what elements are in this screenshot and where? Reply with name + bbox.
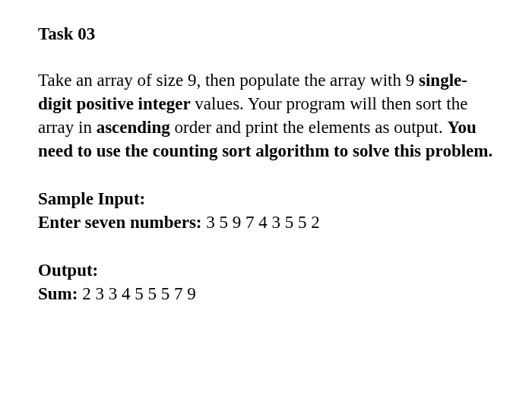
desc-text-3: order and print the elements as output. <box>170 118 448 137</box>
output-prompt: Sum: <box>38 284 82 303</box>
output-label: Output: <box>38 258 494 282</box>
task-heading: Task 03 <box>38 24 494 44</box>
task-description: Take an array of size 9, then populate t… <box>38 68 494 163</box>
sample-input-section: Sample Input: Enter seven numbers: 3 5 9… <box>38 187 494 234</box>
output-section: Output: Sum: 2 3 3 4 5 5 5 7 9 <box>38 258 494 305</box>
sample-input-prompt: Enter seven numbers: <box>38 213 206 232</box>
sample-input-line: Enter seven numbers: 3 5 9 7 4 3 5 5 2 <box>38 210 494 234</box>
output-line: Sum: 2 3 3 4 5 5 5 7 9 <box>38 282 494 305</box>
output-values: 2 3 3 4 5 5 5 7 9 <box>82 284 196 303</box>
sample-input-label: Sample Input: <box>38 187 494 210</box>
sample-input-values: 3 5 9 7 4 3 5 5 2 <box>206 213 320 232</box>
desc-bold-2: ascending <box>97 118 170 137</box>
desc-text-1: Take an array of size 9, then populate t… <box>38 71 419 90</box>
